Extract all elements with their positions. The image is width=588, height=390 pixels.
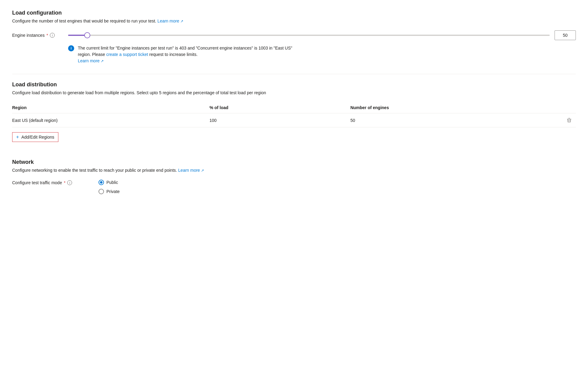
network-field-row: Configure test traffic mode * i Public P… — [12, 180, 576, 194]
load-distribution-description: Configure load distribution to generate … — [12, 90, 576, 96]
row-region: East US (default region) — [12, 113, 209, 127]
slider-thumb[interactable] — [84, 32, 90, 38]
table-row: East US (default region) 100 50 — [12, 113, 576, 127]
table-header-row: Region % of load Number of engines — [12, 102, 576, 113]
add-edit-regions-label: Add/Edit Regions — [21, 135, 54, 140]
network-info-icon[interactable]: i — [67, 180, 72, 185]
engine-instances-slider-container: 50 — [68, 30, 576, 40]
add-edit-regions-button[interactable]: + Add/Edit Regions — [12, 132, 58, 142]
load-config-title: Load configuration — [12, 10, 576, 16]
engine-instances-value-input[interactable]: 50 — [555, 30, 576, 40]
info-callout-icon: i — [68, 45, 74, 51]
col-header-actions — [520, 102, 576, 113]
engine-instances-row: Engine instances * i 50 — [12, 30, 576, 40]
load-distribution-section: Load distribution Configure load distrib… — [12, 81, 576, 149]
col-header-load: % of load — [209, 102, 351, 113]
info-callout-text: The current limit for "Engine instances … — [78, 45, 305, 64]
network-required-star: * — [64, 180, 65, 185]
row-engines: 50 — [350, 113, 519, 127]
create-support-ticket-link[interactable]: create a support ticket — [106, 52, 148, 57]
public-radio-label: Public — [106, 180, 118, 185]
delete-row-icon[interactable] — [566, 117, 572, 123]
engine-instances-info-icon[interactable]: i — [50, 33, 55, 38]
section-divider-1 — [12, 74, 576, 74]
col-header-engines: Number of engines — [350, 102, 519, 113]
engine-instances-label: Engine instances * i — [12, 33, 61, 38]
load-distribution-title: Load distribution — [12, 81, 576, 88]
private-radio-option[interactable]: Private — [99, 189, 120, 194]
svg-rect-1 — [569, 118, 570, 119]
engine-instances-slider-track[interactable] — [68, 35, 550, 36]
load-config-learn-more-link[interactable]: Learn more — [157, 19, 183, 23]
network-learn-more-link[interactable]: Learn more — [178, 168, 204, 173]
svg-rect-0 — [567, 119, 571, 119]
required-star: * — [47, 33, 48, 38]
private-radio-label: Private — [106, 189, 120, 194]
row-load: 100 — [209, 113, 351, 127]
network-title: Network — [12, 159, 576, 165]
info-callout-learn-more-link[interactable]: Learn more — [78, 58, 104, 63]
network-section: Network Configure networking to enable t… — [12, 159, 576, 194]
regions-table: Region % of load Number of engines East … — [12, 102, 576, 127]
private-radio-input[interactable] — [99, 189, 104, 194]
plus-icon: + — [16, 134, 19, 140]
row-actions — [520, 113, 576, 127]
public-radio-option[interactable]: Public — [99, 180, 120, 185]
public-radio-input[interactable] — [99, 180, 104, 185]
configure-traffic-mode-label: Configure test traffic mode * i — [12, 180, 91, 185]
load-configuration-section: Load configuration Configure the number … — [12, 10, 576, 64]
engine-instances-info-callout: i The current limit for "Engine instance… — [68, 45, 305, 64]
col-header-region: Region — [12, 102, 209, 113]
traffic-mode-radio-group: Public Private — [99, 180, 120, 194]
load-config-description: Configure the number of test engines tha… — [12, 18, 576, 24]
network-description: Configure networking to enable the test … — [12, 167, 576, 174]
